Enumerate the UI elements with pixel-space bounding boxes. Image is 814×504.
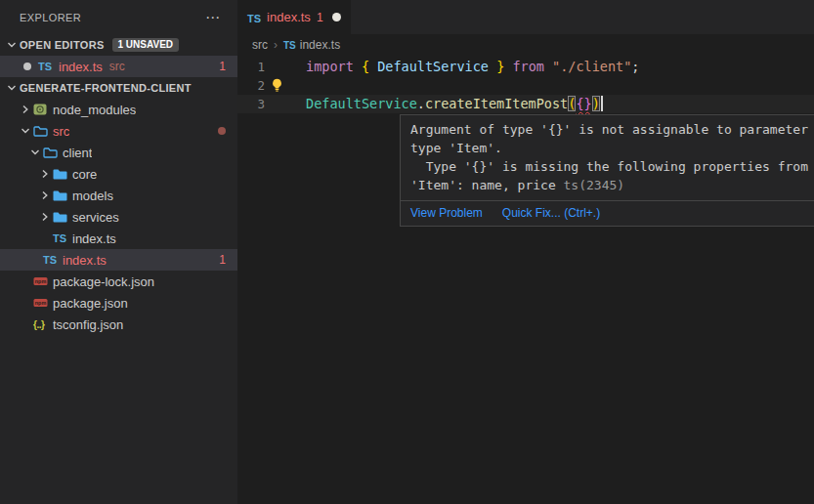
- tree-item-label: core: [72, 167, 97, 182]
- tree-item-label: package.json: [53, 296, 128, 311]
- open-editor-item-index-ts[interactable]: TS index.ts src 1: [0, 56, 237, 77]
- tree-item-package-json[interactable]: npmpackage.json: [0, 292, 237, 314]
- tree-item-node-modules[interactable]: node_modules: [0, 99, 237, 120]
- code-token: import: [306, 59, 354, 74]
- typescript-icon: TS: [247, 9, 261, 26]
- tree-item-label: index.ts: [63, 253, 107, 268]
- chevron-right-icon: ›: [274, 38, 278, 52]
- chevron-down-icon: [4, 40, 20, 50]
- tree-item-label: models: [72, 189, 113, 203]
- workspace-header[interactable]: GENERATE-FRONTEND-CLIENT: [0, 77, 237, 99]
- explorer-sidebar: EXPLORER ⋯ OPEN EDITORS 1 UNSAVED TS ind…: [0, 0, 237, 504]
- typescript-icon: TS: [43, 254, 63, 266]
- code-token: [489, 59, 496, 74]
- code-token: ;: [631, 59, 639, 74]
- code-token: from: [512, 59, 544, 74]
- npm-icon: npm: [33, 297, 53, 309]
- code-token: ): [592, 96, 600, 111]
- typescript-icon: TS: [53, 232, 72, 244]
- folder-open-icon: [33, 125, 53, 138]
- more-actions-icon[interactable]: ⋯: [201, 11, 224, 24]
- breadcrumb-folder[interactable]: src: [252, 38, 268, 52]
- chevron-down-icon: [4, 83, 20, 93]
- node-modules-folder-icon: [33, 103, 53, 116]
- tree-item-label: services: [72, 210, 119, 225]
- folder-icon: [53, 211, 72, 224]
- tree-item-label: index.ts: [72, 231, 116, 246]
- code-line-3[interactable]: 3DefaultService.createItemItemPost({}): [237, 95, 814, 113]
- tree-item-label: src: [53, 124, 69, 139]
- typescript-icon: TS: [38, 61, 59, 72]
- tree-item-label: client: [63, 146, 92, 160]
- tree-item-core[interactable]: core: [0, 163, 237, 185]
- code-token: {: [362, 59, 369, 74]
- code-token: [354, 59, 362, 74]
- chevron-down-icon: [18, 126, 33, 136]
- view-problem-link[interactable]: View Problem: [410, 206, 483, 220]
- open-editors-label: OPEN EDITORS: [20, 39, 105, 51]
- modified-dot-icon: [23, 63, 31, 70]
- error-message-line: Argument of type '{}' is not assignable …: [410, 120, 814, 139]
- line-number: 2: [237, 76, 265, 95]
- tree-item-models[interactable]: models: [0, 185, 237, 206]
- chevron-down-icon: [27, 147, 43, 157]
- chevron-right-icon: [18, 105, 33, 114]
- svg-text:npm: npm: [35, 300, 47, 306]
- problem-dot-icon: [218, 127, 226, 135]
- editor-area: TS index.ts 1 src › TS index.ts 1import …: [237, 0, 814, 504]
- code-token: "./client": [552, 59, 631, 74]
- code-line-2[interactable]: 2: [237, 76, 814, 95]
- tab-index-ts[interactable]: TS index.ts 1: [237, 0, 351, 34]
- quick-fix-link[interactable]: Quick Fix... (Ctrl+.): [502, 206, 600, 220]
- tree-item-index-ts[interactable]: TSindex.ts1: [0, 249, 237, 271]
- text-cursor: [601, 96, 603, 111]
- tree-item-index-ts[interactable]: TSindex.ts: [0, 228, 237, 249]
- code-token: DefaultService: [306, 96, 417, 111]
- tree-item-label: node_modules: [53, 103, 136, 117]
- unsaved-badge: 1 UNSAVED: [112, 38, 180, 52]
- code-editor[interactable]: 1import { DefaultService } from "./clien…: [237, 56, 814, 113]
- open-editor-file-path: src: [109, 60, 125, 73]
- error-count-badge: 1: [219, 253, 237, 267]
- json-config-icon: {..}: [33, 319, 53, 330]
- file-tree: node_modulessrcclientcoremodelsservicesT…: [0, 99, 237, 335]
- folder-open-icon: [43, 147, 63, 159]
- error-tooltip: Argument of type '{}' is not assignable …: [400, 114, 814, 227]
- folder-icon: [53, 189, 72, 202]
- error-message-line: type 'Item'.: [410, 139, 814, 157]
- tree-item-src[interactable]: src: [0, 120, 237, 142]
- error-message-line: Type '{}' is missing the following prope…: [410, 157, 814, 176]
- workspace-label: GENERATE-FRONTEND-CLIENT: [20, 82, 192, 94]
- chevron-right-icon: [37, 190, 53, 200]
- diagnostic-code: ts(2345): [564, 178, 625, 192]
- code-token: [544, 59, 552, 74]
- tree-item-package-lock-json[interactable]: npmpackage-lock.json: [0, 271, 237, 292]
- breadcrumb: src › TS index.ts: [237, 34, 814, 56]
- breadcrumb-file[interactable]: index.ts: [300, 38, 340, 52]
- code-token: createItemItemPost: [425, 96, 568, 111]
- tree-item-label: package-lock.json: [53, 274, 154, 289]
- line-number: 1: [237, 58, 265, 76]
- sidebar-title-bar: EXPLORER ⋯: [0, 0, 237, 34]
- folder-icon: [53, 168, 72, 181]
- code-token: [369, 59, 377, 74]
- tree-item-client[interactable]: client: [0, 142, 237, 163]
- error-message-line: 'Item': name, price ts(2345): [410, 176, 814, 194]
- tree-item-label: tsconfig.json: [53, 317, 123, 332]
- error-token: {}: [576, 96, 591, 111]
- line-number: 3: [237, 95, 265, 113]
- open-editors-header[interactable]: OPEN EDITORS 1 UNSAVED: [0, 34, 237, 56]
- svg-text:npm: npm: [35, 278, 47, 284]
- sidebar-title: EXPLORER: [20, 12, 81, 23]
- tree-item-tsconfig-json[interactable]: {..}tsconfig.json: [0, 314, 237, 335]
- tab-title: index.ts: [267, 10, 311, 24]
- open-editor-file-name: index.ts: [59, 60, 103, 74]
- tooltip-actions: View ProblemQuick Fix... (Ctrl+.): [401, 200, 814, 226]
- typescript-icon: TS: [283, 38, 296, 52]
- chevron-right-icon: [37, 212, 53, 222]
- unsaved-dot-icon[interactable]: [332, 13, 341, 21]
- code-line-1[interactable]: 1import { DefaultService } from "./clien…: [237, 58, 814, 76]
- tab-bar: TS index.ts 1: [237, 0, 814, 34]
- error-message: Argument of type '{}' is not assignable …: [401, 115, 814, 200]
- tree-item-services[interactable]: services: [0, 206, 237, 228]
